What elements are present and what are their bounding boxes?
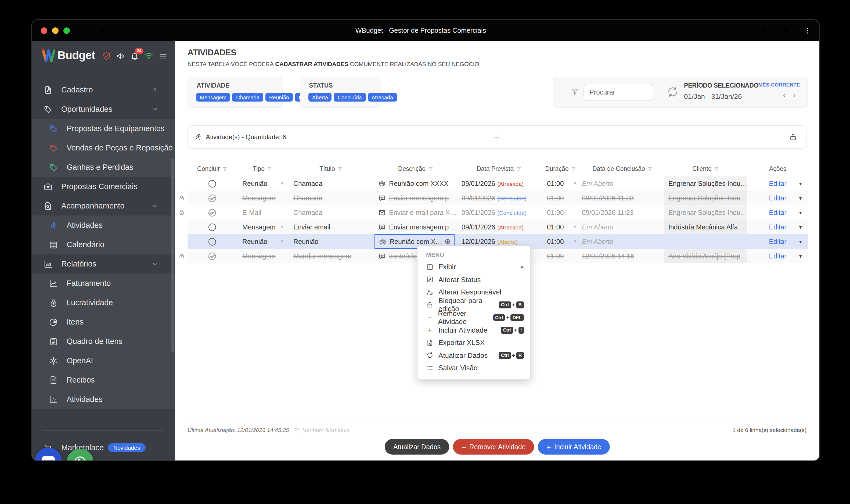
filter-chip[interactable]: Atrasada [368, 93, 397, 102]
sidebar-item-oportunidades[interactable]: Oportunidades [32, 100, 175, 119]
add-row-icon[interactable] [492, 132, 502, 142]
caret-down-icon[interactable]: ▼ [573, 181, 577, 186]
more-menu-icon[interactable] [803, 26, 812, 35]
table-row[interactable]: Mensagem▼Enviar emailEnviar mensagem par… [187, 220, 808, 234]
column-header[interactable]: Data de Conclusão [581, 162, 664, 176]
column-header[interactable]: Descrição [374, 162, 457, 176]
sidebar-item-lucratividade[interactable]: Lucratividade [32, 293, 175, 312]
filter-chip[interactable]: Mensagem [196, 93, 230, 102]
column-header[interactable]: Data Prevista [457, 162, 541, 176]
file-lines-icon [49, 375, 58, 384]
refresh-data-button[interactable]: Atualizar Dados [385, 439, 449, 454]
close-window-button[interactable] [41, 28, 47, 34]
edit-link[interactable]: Editar [769, 238, 786, 245]
caret-down-icon[interactable]: ▼ [573, 224, 577, 230]
sidebar-item-itens[interactable]: Itens [32, 312, 175, 331]
refresh-period-icon[interactable] [666, 86, 679, 98]
caret-down-icon[interactable]: ▼ [573, 239, 577, 244]
funnel-icon[interactable] [516, 166, 521, 171]
funnel-icon[interactable] [428, 166, 433, 171]
menu-item-alterar-status[interactable]: Alterar Status [417, 273, 530, 286]
column-header[interactable]: Tipo [237, 162, 288, 176]
chevron-right-icon[interactable]: › [793, 90, 796, 100]
menu-item-incluir-atividade[interactable]: +Incluir AtividadeCtrl+I [417, 324, 530, 336]
column-header[interactable]: Cliente [664, 162, 747, 176]
search-input[interactable] [583, 84, 653, 101]
speaker-icon[interactable] [116, 51, 125, 60]
zoom-out-icon[interactable] [760, 26, 769, 35]
caret-down-icon[interactable]: ▼ [798, 195, 803, 201]
edit-link[interactable]: Editar [769, 252, 786, 260]
column-header[interactable]: Concluir [187, 162, 237, 176]
sidebar-item-calendario[interactable]: Calendário [32, 235, 175, 254]
unlock-icon[interactable] [789, 133, 797, 141]
shield-check-icon[interactable] [102, 51, 111, 60]
menu-item-remover-atividade[interactable]: −Remover AtividadeCtrl+DEL [417, 311, 530, 324]
column-header[interactable]: Título [288, 162, 374, 176]
filter-chip[interactable]: Chamada [232, 93, 263, 102]
sidebar-item-propostas-de-equipamentos[interactable]: Propostas de Equipamentos [32, 119, 175, 138]
caret-down-icon[interactable]: ▼ [280, 239, 284, 244]
table-row[interactable]: E-MailChamadaEnviar e-mail para XXXX09/0… [187, 205, 808, 220]
remove-activity-button[interactable]: −Remover Atividade [453, 439, 534, 454]
sidebar-item-cadastro[interactable]: Cadastro [32, 80, 175, 100]
chevron-left-icon[interactable]: ‹ [783, 90, 786, 100]
edit-link[interactable]: Editar [769, 194, 786, 202]
menu-item-exportar-xlsx[interactable]: Exportar XLSX [417, 336, 530, 349]
maximize-window-button[interactable] [64, 28, 70, 34]
caret-down-icon[interactable]: ▼ [798, 210, 803, 215]
caret-down-icon[interactable]: ▼ [798, 253, 803, 259]
caret-down-icon[interactable]: ▼ [798, 239, 803, 244]
complete-radio[interactable] [209, 223, 216, 231]
sidebar-item-atividades[interactable]: Atividades [32, 390, 175, 409]
menu-item-atualizar-dados[interactable]: Atualizar DadosCtrl+R [417, 349, 530, 362]
funnel-icon[interactable] [267, 166, 272, 171]
edit-link[interactable]: Editar [769, 209, 786, 216]
funnel-icon[interactable] [222, 166, 227, 171]
caret-down-icon[interactable]: ▼ [798, 181, 803, 186]
funnel-icon[interactable] [571, 166, 576, 171]
sidebar-item-acompanhamento[interactable]: Acompanhamento [32, 196, 175, 215]
funnel-icon[interactable] [715, 166, 719, 171]
complete-radio[interactable] [209, 180, 216, 187]
circle-plus-icon[interactable] [444, 238, 451, 245]
sidebar-item-vendas-de-pecas-e-reposicao[interactable]: Vendas de Peças e Reposição [32, 138, 175, 158]
sidebar-scrollbar[interactable] [171, 159, 174, 352]
extensions-icon[interactable] [782, 26, 790, 35]
current-month-link[interactable]: MÊS CORRENTE [758, 82, 800, 88]
funnel-icon[interactable] [338, 166, 343, 171]
sidebar-item-relatorios[interactable]: Relatórios [32, 254, 175, 273]
status-badge: (Concluída) [497, 195, 527, 201]
funnel-icon[interactable] [648, 166, 653, 171]
column-header[interactable]: Duração [541, 162, 581, 176]
sidebar-item-recibos[interactable]: Recibos [32, 370, 175, 390]
key-icon[interactable] [739, 26, 747, 35]
wifi-icon[interactable] [144, 51, 154, 61]
table-row[interactable]: MensagemChamadaEnviar mensagem para ...0… [187, 191, 808, 205]
edit-link[interactable]: Editar [769, 223, 786, 231]
caret-down-icon[interactable]: ▼ [280, 224, 284, 230]
notifications[interactable]: 24 [130, 51, 139, 60]
filter-chip[interactable]: Reunião [266, 93, 293, 102]
sidebar-item-propostas-comerciais[interactable]: Propostas Comerciais [32, 177, 175, 196]
filter-chip[interactable]: Aberta [308, 93, 332, 102]
table-row[interactable]: Reunião▼ChamadaReunião com XXXX09/01/202… [187, 176, 808, 191]
edit-link[interactable]: Editar [769, 180, 786, 187]
sidebar-item-faturamento[interactable]: Faturamento [32, 273, 175, 293]
minimize-window-button[interactable] [52, 28, 58, 34]
reload-icon[interactable] [98, 26, 107, 35]
caret-down-icon[interactable]: ▼ [280, 181, 284, 186]
filter-chip[interactable]: Concluída [334, 93, 366, 102]
caret-down-icon[interactable]: ▼ [798, 224, 803, 230]
sidebar-item-atividades[interactable]: Atividades [32, 215, 175, 235]
complete-radio[interactable] [209, 238, 216, 245]
hamburger-menu-icon[interactable] [159, 51, 168, 60]
sidebar-item-ganhas-e-perdidas[interactable]: Ganhas e Perdidas [32, 158, 175, 177]
menu-item-exibir[interactable]: Exibir▸ [417, 260, 530, 273]
add-activity-button[interactable]: +Incluir Atividade [538, 439, 610, 454]
sidebar-item-openai[interactable]: OpenAI [32, 351, 175, 370]
back-icon[interactable] [82, 26, 90, 35]
menu-item-salvar-visao[interactable]: Salvar Visão [417, 362, 530, 374]
sidebar-item-quadro-de-itens[interactable]: Quadro de Itens [32, 331, 175, 351]
column-header[interactable]: Ações [747, 162, 808, 176]
